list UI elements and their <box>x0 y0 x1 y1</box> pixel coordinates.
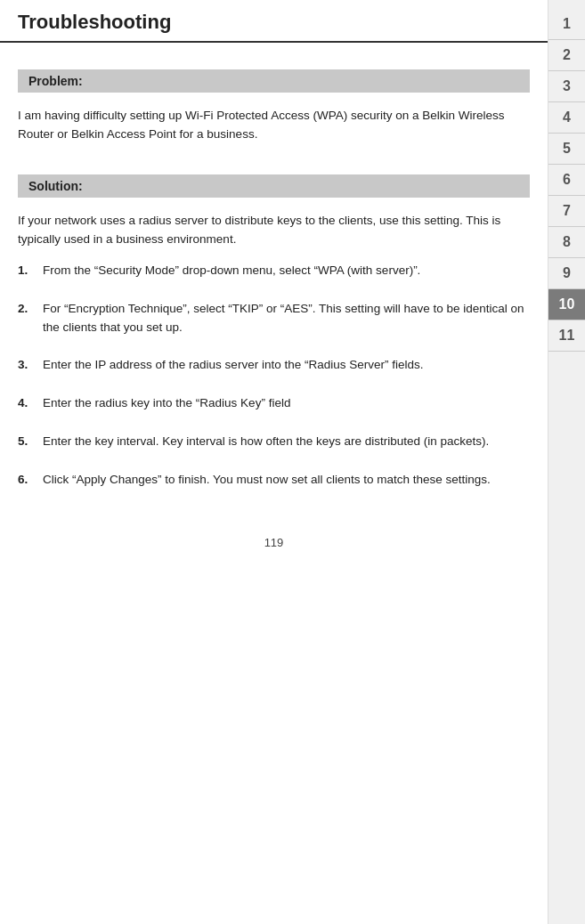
sidebar-item-3[interactable]: 3 <box>548 71 585 102</box>
sidebar-item-4[interactable]: 4 <box>548 102 585 134</box>
step-number: 3. <box>18 356 43 375</box>
sidebar: 1234567891011 <box>548 0 585 924</box>
sidebar-item-10[interactable]: 10 <box>548 289 585 320</box>
step-number: 6. <box>18 471 43 490</box>
sidebar-item-8[interactable]: 8 <box>548 227 585 258</box>
step-item-6: 6. Click “Apply Changes” to finish. You … <box>18 471 530 490</box>
step-content: Enter the radius key into the “Radius Ke… <box>43 394 530 413</box>
steps-list: 1. From the “Security Mode” drop-down me… <box>0 258 548 518</box>
main-content: Troubleshooting Problem: I am having dif… <box>0 0 548 924</box>
step-number: 4. <box>18 394 43 413</box>
step-item-3: 3. Enter the IP address of the radius se… <box>18 356 530 375</box>
sidebar-item-2[interactable]: 2 <box>548 40 585 71</box>
problem-text: I am having difficulty setting up Wi-Fi … <box>0 103 548 158</box>
sidebar-item-9[interactable]: 9 <box>548 258 585 289</box>
step-content: Enter the IP address of the radius serve… <box>43 356 530 375</box>
step-number: 2. <box>18 300 43 337</box>
sidebar-item-6[interactable]: 6 <box>548 165 585 196</box>
page-container: Troubleshooting Problem: I am having dif… <box>0 0 585 924</box>
step-content: Enter the key interval. Key interval is … <box>43 433 530 451</box>
step-content: From the “Security Mode” drop-down menu,… <box>43 262 530 280</box>
step-content: For “Encryption Technique”, select “TKIP… <box>43 300 530 337</box>
page-number: 119 <box>0 518 548 558</box>
step-item-1: 1. From the “Security Mode” drop-down me… <box>18 262 530 280</box>
problem-bar: Problem: <box>18 69 530 93</box>
step-item-5: 5. Enter the key interval. Key interval … <box>18 433 530 451</box>
sidebar-item-5[interactable]: 5 <box>548 134 585 165</box>
sidebar-item-7[interactable]: 7 <box>548 196 585 227</box>
page-title: Troubleshooting <box>0 0 548 43</box>
solution-text: If your network uses a radius server to … <box>0 208 548 258</box>
step-content: Click “Apply Changes” to finish. You mus… <box>43 471 530 490</box>
solution-bar: Solution: <box>18 174 530 198</box>
step-number: 5. <box>18 433 43 451</box>
step-item-4: 4. Enter the radius key into the “Radius… <box>18 394 530 413</box>
step-item-2: 2. For “Encryption Technique”, select “T… <box>18 300 530 337</box>
sidebar-item-1[interactable]: 1 <box>548 9 585 40</box>
step-number: 1. <box>18 262 43 280</box>
sidebar-item-11[interactable]: 11 <box>548 320 585 352</box>
